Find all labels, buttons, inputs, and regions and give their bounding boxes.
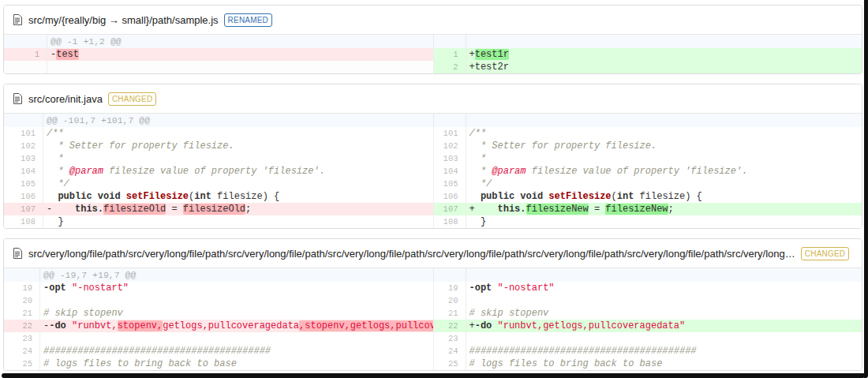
hunk-header-row: @@ -101,7 +101,7 @@ [4, 114, 433, 127]
code-segment: filesize) { [634, 191, 702, 202]
code-segment [492, 320, 497, 331]
hunk-gutter [433, 114, 466, 127]
code-line: * [466, 152, 862, 165]
code-line: * [43, 152, 433, 165]
hunk-header-row: @@ -19,7 +19,7 @@ [4, 268, 433, 282]
code-segment: int [194, 191, 211, 202]
code-line [466, 332, 862, 345]
hunk-gutter [4, 268, 40, 282]
diff-row: 108 } [433, 215, 862, 228]
diff-row: 105 */ [433, 178, 862, 190]
hunk-header-row [433, 114, 862, 127]
code-line: - this.filesizeOld = filesizeOld; [43, 203, 433, 215]
diff-body: @@ -19,7 +19,7 @@19-opt "-nostart"2021# … [4, 268, 862, 370]
line-number: 103 [433, 152, 466, 165]
file-path: src/my/{really/big → small}/path/sample.… [28, 14, 219, 26]
code-segment: @param [492, 166, 526, 177]
code-line: public void setFilesize(int filesize) { [43, 190, 433, 203]
diff-row: 25# logs files to bring back to base [433, 357, 862, 370]
diff-right-pane: 1+test1r2+test2r [433, 35, 862, 73]
code-segment: } [470, 216, 487, 227]
code-line: ######################################## [466, 345, 862, 357]
code-segment: -do [475, 320, 492, 331]
hunk-header: @@ -101,7 +101,7 @@ [43, 114, 433, 127]
code-segment: "runbvt, [72, 320, 118, 331]
code-segment: filesize) { [211, 191, 279, 202]
code-line: + this.filesizeNew = filesizeNew; [466, 203, 862, 215]
code-line [40, 294, 433, 307]
code-segment: filesizeOld [183, 204, 245, 215]
code-segment: -opt [43, 283, 66, 294]
code-segment: @param [69, 166, 103, 177]
code-line: public void setFilesize(int filesize) { [466, 190, 862, 203]
line-number: 105 [4, 178, 43, 190]
code-line: -test [47, 48, 433, 61]
hunk-header [466, 35, 862, 48]
document-text-icon [13, 93, 22, 104]
line-number: 1 [4, 48, 47, 61]
hunk-header [466, 268, 862, 282]
diff-row: 20 [4, 294, 433, 307]
code-line [466, 294, 862, 307]
code-segment: this. [498, 204, 526, 215]
code-segment: # skip stopenv [43, 308, 123, 319]
code-line: # skip stopenv [466, 307, 862, 320]
diff-right-pane: 19-opt "-nostart"2021# skip stopenv22+-d… [433, 268, 862, 370]
status-badge: CHANGED [801, 247, 849, 260]
code-segment: test2r [475, 62, 509, 73]
hunk-header: @@ -19,7 +19,7 @@ [40, 268, 433, 282]
line-number: 24 [4, 345, 40, 357]
diff-body: @@ -101,7 +101,7 @@101/**102 * Setter fo… [4, 114, 862, 228]
diff-row: 2+test2r [433, 61, 862, 73]
code-line: +test2r [466, 61, 862, 73]
line-number: 2 [433, 61, 466, 73]
hunk-gutter [433, 35, 466, 48]
code-segment [66, 283, 72, 294]
diff-left-pane: @@ -101,7 +101,7 @@101/**102 * Setter fo… [4, 114, 433, 228]
diff-prefix: + [470, 49, 475, 60]
diff-row: 21# skip stopenv [4, 307, 433, 320]
code-line: /** [43, 127, 433, 140]
diff-row: 25# logs files to bring back to base [4, 357, 433, 370]
file-diff: src/very/long/file/path/src/very/long/fi… [3, 238, 862, 371]
status-badge: RENAMED [224, 13, 272, 27]
line-number: 21 [433, 307, 466, 320]
code-segment: void [520, 191, 543, 202]
code-line [40, 332, 433, 345]
code-segment: * [470, 166, 492, 177]
code-segment: filesizeOld [103, 204, 166, 215]
diff-row: 107+ this.filesizeNew = filesizeNew; [433, 203, 862, 215]
code-line: # skip stopenv [40, 307, 433, 320]
file-path: src/core/init.java [28, 93, 103, 105]
line-number: 20 [433, 294, 466, 307]
diff-left-pane: @@ -19,7 +19,7 @@19-opt "-nostart"2021# … [4, 268, 433, 370]
code-line: # logs files to bring back to base [466, 357, 862, 370]
hunk-header [466, 114, 862, 127]
code-segment: "runbvt,getlogs,pullcoveragedata" [498, 320, 686, 331]
code-line: +test1r [466, 48, 862, 61]
code-line: # logs files to bring back to base [40, 357, 433, 370]
diff-row: 102 * Setter for property filesize. [433, 140, 862, 152]
code-segment: ; [668, 204, 674, 215]
code-line: } [43, 215, 433, 228]
diff-prefix: + [470, 62, 475, 73]
line-number: 104 [4, 165, 43, 178]
code-line: */ [43, 178, 433, 190]
file-header: src/my/{really/big → small}/path/sample.… [4, 6, 862, 35]
code-line: -opt "-nostart" [466, 282, 862, 294]
hunk-gutter [433, 268, 466, 282]
code-segment: filesize value of property 'filesize'. [103, 166, 325, 177]
diff-row: 1-test [4, 48, 433, 61]
code-segment: public [58, 191, 92, 202]
code-segment: ( [612, 191, 617, 202]
document-text-icon [13, 248, 22, 259]
code-line: * @param filesize value of property 'fil… [43, 165, 433, 178]
diff-row: 1+test1r [433, 48, 862, 61]
diff-row: 22--do "runbvt,stopenv,getlogs,pullcover… [4, 320, 433, 332]
code-segment [492, 283, 497, 294]
line-number: 108 [4, 215, 43, 228]
line-number: 24 [433, 345, 466, 357]
code-segment: * Setter for property filesize. [47, 140, 234, 152]
code-segment: ######################################## [470, 346, 697, 357]
diff-row: 102 * Setter for property filesize. [4, 140, 433, 152]
